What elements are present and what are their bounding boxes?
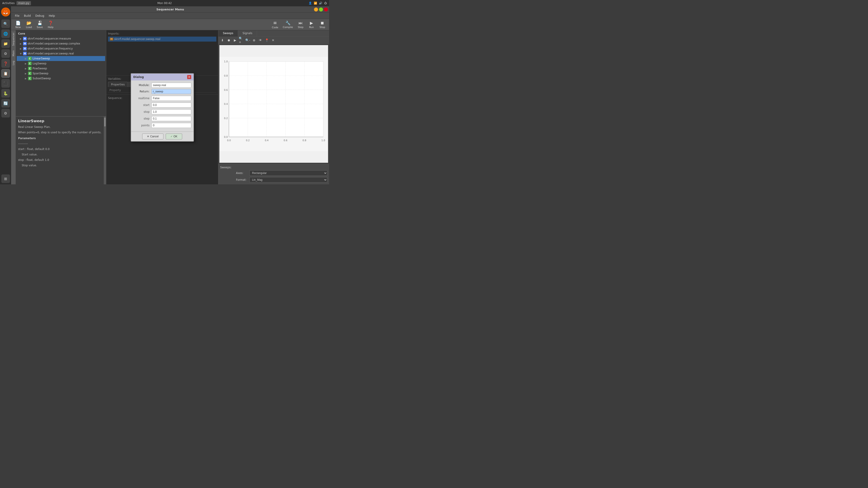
- right-panel: Sweeps Signals ⬇ ⏺ ▶ 🔍+ 🔍- ⊕ 👁 📍 ✕: [218, 30, 329, 184]
- chart-btn-zoom-in[interactable]: 🔍+: [239, 37, 244, 43]
- log-side-label: Log: [11, 59, 16, 68]
- code-label: Code: [272, 26, 278, 29]
- toolbar-code-button[interactable]: ≡ Code: [270, 19, 280, 30]
- toolbar-step-button[interactable]: ⏭ Step: [296, 20, 306, 30]
- volume-icon: 🔊: [319, 2, 322, 5]
- dock-item-browser[interactable]: 🌐: [1, 29, 10, 38]
- ok-icon: ✓: [170, 135, 173, 138]
- dock-item-search[interactable]: 🔍: [1, 20, 10, 28]
- svg-text:0.0: 0.0: [224, 135, 228, 138]
- tree-item-linear-sweep[interactable]: ▶ C LinearSweep: [17, 56, 105, 61]
- svg-rect-1: [229, 61, 323, 137]
- dialog-module-input[interactable]: [151, 83, 191, 88]
- dock-item-pycharm[interactable]: 🐍: [1, 89, 10, 98]
- doc-title: LinearSweep: [18, 119, 104, 123]
- tree-label: LogSweep: [33, 62, 46, 65]
- tree-item-sweep-real[interactable]: ▼ M sknrf.model.sequencer.sweep.real: [17, 51, 105, 56]
- dialog-return-input[interactable]: [151, 89, 191, 94]
- menu-build[interactable]: Build: [22, 13, 33, 18]
- left-panel: Core ▶ M sknrf.model.sequencer.measure ▶…: [16, 30, 106, 184]
- tree-label: sknrf.model.sequencer.sweep.real: [28, 52, 74, 55]
- file-tab[interactable]: main.py: [17, 1, 31, 5]
- format-select[interactable]: Lin_Mag: [250, 177, 327, 183]
- tree-item-span-sweep[interactable]: ▶ C SpanSweep: [17, 71, 105, 76]
- param-realtime-input[interactable]: [151, 96, 191, 101]
- maximize-button[interactable]: [319, 7, 323, 11]
- chart-btn-play[interactable]: ▶: [232, 37, 238, 43]
- dialog-module-label: Module:: [133, 84, 151, 87]
- app-container: 🦊 🔍 🌐 📁 ⚙ ❓ 📋 ⬛ 🐍 🔄 ⚙ ⊞ Sequencer Menu F…: [0, 6, 329, 184]
- chart-btn-marker[interactable]: 📍: [264, 37, 270, 43]
- activities-label[interactable]: Activities: [2, 2, 15, 5]
- tree-item-log-sweep[interactable]: ▶ C LogSweep: [17, 61, 105, 66]
- svg-text:0.6: 0.6: [284, 139, 287, 142]
- toolbar-new-button[interactable]: 📄 New: [13, 20, 23, 30]
- compile-label: Compile: [283, 26, 293, 29]
- param-start-input[interactable]: [151, 103, 191, 107]
- compile-icon: 🔧: [285, 21, 290, 25]
- tree-item-sweep-complex[interactable]: ▶ M sknrf.model.sequencer.sweep.complex: [17, 41, 105, 46]
- menu-help[interactable]: Help: [47, 13, 57, 18]
- class-icon: C: [28, 76, 32, 80]
- toolbar-stop-button[interactable]: ⏹ Stop: [317, 20, 327, 30]
- doc-area: LinearSweep Real Linear Sweep Plan. When…: [16, 116, 106, 184]
- scrollbar-thumb[interactable]: [104, 118, 105, 127]
- module-icon: M: [23, 52, 27, 55]
- chart-btn-record[interactable]: ⏺: [226, 37, 231, 43]
- toolbar-load-button[interactable]: 📂 Load: [24, 20, 34, 30]
- help-label: Help: [48, 26, 53, 29]
- svg-text:0.2: 0.2: [224, 117, 228, 120]
- menu-file[interactable]: File: [13, 13, 21, 18]
- system-topbar: Activities main.py Mon 00:42 👤 📶 🔊 ⏻: [0, 0, 329, 6]
- toolbar-compile-button[interactable]: 🔧 Compile: [281, 20, 295, 30]
- dock-item-system[interactable]: ⚙: [1, 49, 10, 58]
- toolbar-help-button[interactable]: ❓ Help: [46, 20, 56, 30]
- tree-item-measure[interactable]: ▶ M sknrf.model.sequencer.measure: [17, 36, 105, 41]
- dock-item-files[interactable]: 📁: [1, 39, 10, 48]
- dock-item-update[interactable]: 🔄: [1, 99, 10, 107]
- toolbar: 📄 New 📂 Load 💾 Save ❓ Help ≡ Code 🔧: [11, 19, 329, 30]
- chart-btn-download[interactable]: ⬇: [220, 37, 225, 43]
- chart-btn-eye[interactable]: 👁: [258, 37, 263, 43]
- tab-signals[interactable]: Signals: [238, 30, 257, 36]
- dialog-close-button[interactable]: ✕: [187, 75, 191, 79]
- dialog-cancel-button[interactable]: ✕ Cancel: [142, 133, 163, 139]
- dock-item-sequencer[interactable]: 📋: [1, 69, 10, 78]
- ubuntu-logo[interactable]: 🦊: [1, 7, 10, 17]
- arrow-icon: ▶: [25, 72, 28, 75]
- scrollbar[interactable]: [104, 117, 106, 184]
- dock-item-settings[interactable]: ⚙: [1, 109, 10, 118]
- chart-area: 1.0 0.8 0.6 0.4 0.2 0.0 0.0 0.2 0.4 0.6 …: [219, 45, 328, 163]
- chart-btn-zoom-out[interactable]: 🔍-: [245, 37, 250, 43]
- dock-item-apps[interactable]: ⊞: [1, 174, 10, 183]
- tree-item-pow-sweep[interactable]: ▶ C PowSweep: [17, 66, 105, 71]
- close-button[interactable]: [324, 7, 328, 11]
- toolbar-run-button[interactable]: ▶ Run: [307, 20, 316, 30]
- sweeps-main-label: Sweeps:: [220, 166, 234, 169]
- param-step-input[interactable]: [151, 116, 191, 121]
- doc-description: Real Linear Sweep Plan.: [18, 125, 104, 129]
- tree-label: sknrf.model.sequencer.sweep.complex: [28, 42, 80, 45]
- tree-item-subset-sweep[interactable]: ▶ C SubsetSweep: [17, 76, 105, 81]
- dialog-param-step: step: [133, 116, 191, 122]
- dock-item-help[interactable]: ❓: [1, 59, 10, 68]
- tab-sweeps[interactable]: Sweeps: [218, 30, 238, 37]
- dialog-body: Module: Return: realtime: [131, 80, 193, 131]
- dialog-param-points: points: [133, 123, 191, 128]
- tree-item-frequency[interactable]: ▶ M sknrf.model.sequencer.frequency: [17, 46, 105, 51]
- toolbar-save-button[interactable]: 💾 Save: [35, 20, 45, 30]
- dock-item-terminal[interactable]: ⬛: [1, 79, 10, 88]
- menu-debug[interactable]: Debug: [33, 13, 46, 18]
- param-stop-input[interactable]: [151, 109, 191, 114]
- param-points-input[interactable]: [151, 123, 191, 128]
- axes-select[interactable]: Rectangular: [250, 170, 327, 176]
- dialog-ok-button[interactable]: ✓ OK: [166, 133, 182, 139]
- arrow-icon: ▶: [25, 67, 28, 70]
- chart-btn-fit[interactable]: ⊕: [251, 37, 257, 43]
- load-label: Load: [26, 26, 32, 29]
- tree-label: SpanSweep: [33, 72, 49, 75]
- save-label: Save: [37, 26, 43, 29]
- menu-bar: File Build Debug Help: [11, 13, 329, 19]
- chart-btn-close-traces[interactable]: ✕: [270, 37, 276, 43]
- minimize-button[interactable]: [314, 7, 318, 11]
